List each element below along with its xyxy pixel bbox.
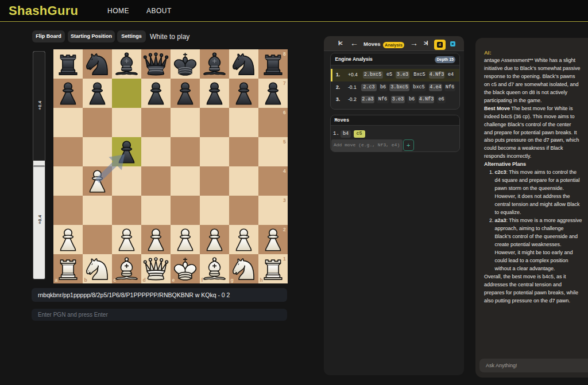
svg-text:a: a [55,277,58,283]
svg-text:2: 2 [283,227,286,232]
svg-text:6: 6 [283,110,286,115]
svg-text:b: b [84,277,87,283]
svg-text:4: 4 [283,168,286,174]
svg-text:5: 5 [283,139,286,145]
svg-text:e: e [172,277,175,283]
svg-text:f: f [202,277,203,283]
svg-text:7: 7 [283,80,286,86]
svg-text:3: 3 [283,197,286,203]
svg-text:1: 1 [283,256,286,262]
svg-text:h: h [260,277,263,283]
svg-text:c: c [114,277,117,283]
svg-text:g: g [231,277,234,283]
svg-text:8: 8 [283,51,286,57]
svg-text:d: d [143,277,146,283]
